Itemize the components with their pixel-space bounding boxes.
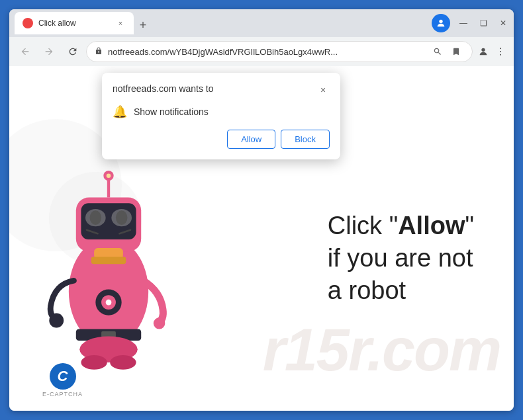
main-text-line3: a robot: [328, 274, 474, 307]
allow-button[interactable]: Allow: [227, 130, 275, 149]
main-text-line2: if you are not: [328, 241, 474, 274]
svg-rect-15: [91, 257, 126, 264]
block-button[interactable]: Block: [281, 130, 330, 149]
back-button[interactable]: [15, 41, 36, 62]
tab-close-button[interactable]: ×: [115, 18, 126, 28]
title-bar: Click allow × + — ❑ ✕: [9, 9, 514, 37]
svg-point-9: [90, 210, 102, 225]
tab-favicon: [23, 18, 33, 28]
maximize-button[interactable]: ❑: [478, 18, 489, 28]
address-bar-icons: [430, 44, 464, 60]
popup-header: notfreeads.com wants to ×: [113, 83, 330, 97]
address-bar[interactable]: notfreeads.com/wYB4DjgWAsidfVRGIlLOBih5a…: [86, 41, 473, 62]
search-icon-btn[interactable]: [430, 44, 446, 60]
tabs-area: Click allow × +: [15, 12, 426, 34]
robot-illustration: [29, 140, 188, 371]
svg-point-2: [500, 48, 501, 49]
main-text-line1: Click "Allow": [328, 209, 474, 241]
profile-button[interactable]: [432, 14, 450, 32]
main-page-text: Click "Allow" if you are not a robot: [328, 209, 474, 307]
menu-button[interactable]: [493, 44, 508, 60]
window-controls: — ❑ ✕: [458, 18, 508, 28]
bookmark-icon-btn[interactable]: [448, 44, 464, 60]
notification-text: Show notifications: [134, 106, 209, 117]
svg-point-11: [116, 210, 128, 225]
profile-nav-button[interactable]: [475, 44, 491, 60]
svg-point-3: [500, 51, 501, 52]
reload-button[interactable]: [62, 41, 83, 62]
popup-close-button[interactable]: ×: [316, 83, 330, 97]
watermark-text: r15r.com: [263, 316, 500, 384]
svg-point-23: [154, 317, 166, 329]
page-content: r15r.com: [9, 66, 514, 411]
minimize-button[interactable]: —: [458, 18, 469, 28]
svg-point-1: [481, 48, 485, 52]
svg-point-27: [81, 355, 107, 370]
url-text: notfreeads.com/wYB4DjgWAsidfVRGIlLOBih5a…: [108, 47, 424, 57]
browser-window: Click allow × + — ❑ ✕: [9, 9, 514, 411]
popup-buttons: Allow Block: [113, 130, 330, 149]
close-button[interactable]: ✕: [498, 18, 508, 28]
captcha-icon: C: [50, 363, 76, 390]
svg-point-4: [500, 54, 501, 56]
navigation-bar: notfreeads.com/wYB4DjgWAsidfVRGIlLOBih5a…: [9, 37, 514, 66]
active-tab[interactable]: Click allow ×: [15, 12, 134, 34]
forward-button[interactable]: [38, 41, 60, 62]
new-tab-button[interactable]: +: [134, 16, 152, 34]
popup-title-text: notfreeads.com wants to: [113, 83, 214, 94]
svg-point-18: [106, 300, 112, 306]
tab-title: Click allow: [38, 19, 110, 28]
svg-point-26: [107, 173, 111, 178]
lock-icon: [95, 46, 103, 58]
popup-notification-item: 🔔 Show notifications: [113, 105, 330, 119]
bell-icon: 🔔: [113, 105, 127, 119]
captcha-label-text: E-CAPTCHA: [42, 391, 83, 398]
svg-point-28: [110, 355, 136, 370]
svg-point-22: [49, 314, 64, 328]
notification-popup: notfreeads.com wants to × 🔔 Show notific…: [102, 73, 340, 159]
captcha-logo: C E-CAPTCHA: [42, 363, 83, 398]
svg-point-0: [439, 20, 442, 23]
nav-right-buttons: [475, 44, 508, 60]
